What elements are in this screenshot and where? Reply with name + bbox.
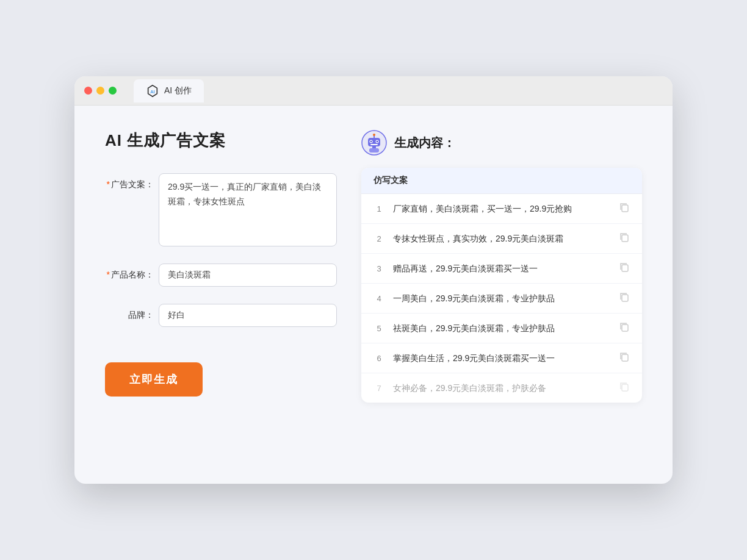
right-panel: 生成内容： 仿写文案 1厂家直销，美白淡斑霜，买一送一，29.9元抢购 2专抹女… xyxy=(361,130,642,459)
row-text: 祛斑美白，29.9元美白淡斑霜，专业护肤品 xyxy=(393,322,610,335)
svg-rect-13 xyxy=(622,205,628,212)
row-number: 7 xyxy=(374,384,384,393)
titlebar: AI AI 创作 xyxy=(74,76,673,106)
result-rows: 1厂家直销，美白淡斑霜，买一送一，29.9元抢购 2专抹女性斑点，真实功效，29… xyxy=(361,194,642,403)
table-row: 3赠品再送，29.9元美白淡斑霜买一送一 xyxy=(361,254,642,284)
copy-icon[interactable] xyxy=(619,262,630,275)
close-button[interactable] xyxy=(84,87,92,95)
svg-rect-8 xyxy=(370,144,378,145)
svg-point-7 xyxy=(377,141,378,142)
svg-rect-14 xyxy=(622,235,628,242)
main-content: AI 生成广告文案 *广告文案： *产品名称： 品牌： 立 xyxy=(74,106,673,484)
svg-rect-12 xyxy=(369,148,379,153)
table-row: 1厂家直销，美白淡斑霜，买一送一，29.9元抢购 xyxy=(361,194,642,224)
copy-icon[interactable] xyxy=(619,292,630,305)
row-number: 5 xyxy=(374,324,384,333)
required-star-2: * xyxy=(107,270,110,279)
row-text: 掌握美白生活，29.9元美白淡斑霜买一送一 xyxy=(393,352,610,365)
result-header: 生成内容： xyxy=(361,130,642,156)
generate-button[interactable]: 立即生成 xyxy=(105,362,203,397)
table-row: 7女神必备，29.9元美白淡斑霜，护肤必备 xyxy=(361,373,642,403)
result-table: 仿写文案 1厂家直销，美白淡斑霜，买一送一，29.9元抢购 2专抹女性斑点，真实… xyxy=(361,168,642,403)
brand-input[interactable] xyxy=(159,304,337,327)
svg-point-6 xyxy=(370,141,372,142)
svg-rect-17 xyxy=(622,325,628,331)
row-text: 女神必备，29.9元美白淡斑霜，护肤必备 xyxy=(393,382,610,395)
copy-icon[interactable] xyxy=(619,351,630,365)
table-row: 6掌握美白生活，29.9元美白淡斑霜买一送一 xyxy=(361,343,642,373)
svg-point-10 xyxy=(373,134,375,136)
table-row: 5祛斑美白，29.9元美白淡斑霜，专业护肤品 xyxy=(361,314,642,343)
row-text: 赠品再送，29.9元美白淡斑霜买一送一 xyxy=(393,262,610,275)
tab-label: AI 创作 xyxy=(164,85,192,96)
product-name-label: *产品名称： xyxy=(105,264,154,281)
browser-window: AI AI 创作 AI 生成广告文案 *广告文案： *产品名称： xyxy=(74,76,673,484)
table-row: 2专抹女性斑点，真实功效，29.9元美白淡斑霜 xyxy=(361,224,642,254)
row-number: 3 xyxy=(374,264,384,273)
required-star-1: * xyxy=(107,179,110,189)
row-text: 专抹女性斑点，真实功效，29.9元美白淡斑霜 xyxy=(393,232,610,245)
row-text: 厂家直销，美白淡斑霜，买一送一，29.9元抢购 xyxy=(393,203,610,215)
svg-rect-16 xyxy=(622,295,628,301)
row-number: 2 xyxy=(374,234,384,243)
svg-rect-18 xyxy=(622,354,628,361)
brand-label: 品牌： xyxy=(105,304,154,321)
row-number: 6 xyxy=(374,354,384,363)
page-title: AI 生成广告文案 xyxy=(105,130,337,151)
table-header: 仿写文案 xyxy=(361,168,642,194)
svg-rect-19 xyxy=(622,384,628,391)
product-name-input[interactable] xyxy=(159,264,337,287)
table-row: 4一周美白，29.9元美白淡斑霜，专业护肤品 xyxy=(361,284,642,314)
svg-rect-15 xyxy=(622,265,628,271)
minimize-button[interactable] xyxy=(96,87,104,95)
row-number: 4 xyxy=(374,294,384,303)
ad-copy-row: *广告文案： xyxy=(105,173,337,246)
robot-icon xyxy=(361,130,387,156)
ai-tab[interactable]: AI AI 创作 xyxy=(134,79,204,102)
copy-icon[interactable] xyxy=(619,232,630,245)
svg-rect-11 xyxy=(372,146,376,148)
brand-row: 品牌： xyxy=(105,304,337,327)
svg-text:AI: AI xyxy=(150,88,154,94)
left-panel: AI 生成广告文案 *广告文案： *产品名称： 品牌： 立 xyxy=(105,130,337,459)
product-name-row: *产品名称： xyxy=(105,264,337,287)
copy-icon[interactable] xyxy=(619,202,630,215)
result-title: 生成内容： xyxy=(394,135,455,151)
row-text: 一周美白，29.9元美白淡斑霜，专业护肤品 xyxy=(393,292,610,305)
row-number: 1 xyxy=(374,204,384,214)
maximize-button[interactable] xyxy=(109,87,117,95)
copy-icon[interactable] xyxy=(619,381,630,395)
ad-copy-input[interactable] xyxy=(159,173,337,246)
ad-copy-label: *广告文案： xyxy=(105,173,154,190)
ai-tab-icon: AI xyxy=(146,84,159,98)
traffic-lights xyxy=(84,87,117,95)
copy-icon[interactable] xyxy=(619,321,630,335)
